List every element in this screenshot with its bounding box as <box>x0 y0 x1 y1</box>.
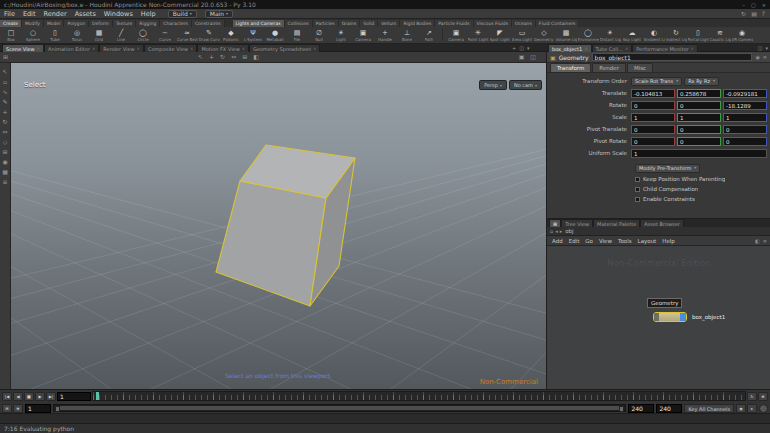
menu-file[interactable]: File <box>0 10 19 18</box>
realtime-toggle-icon[interactable]: ▸ <box>747 404 757 413</box>
param-menu-icon[interactable]: ≡ <box>763 54 767 60</box>
shelf-tool-camera[interactable]: ▣Camera <box>445 27 467 43</box>
net-menu-go[interactable]: Go <box>582 238 596 244</box>
view-menu[interactable]: Persp ▾ <box>479 80 507 90</box>
net-display-icon[interactable]: ◧ <box>755 238 760 244</box>
net-tab-asset-browser[interactable]: Asset Browser <box>640 219 684 227</box>
shelf-tool-light[interactable]: ☀Light <box>330 27 352 43</box>
network-canvas[interactable]: Non-Commercial Edition Geometry box_obje… <box>547 246 770 390</box>
shelf-tool-geometry-light[interactable]: ◇Geometry Light <box>533 27 555 43</box>
shelf-tool-grid[interactable]: ▦Grid <box>88 27 110 43</box>
scale-z-field[interactable]: 1 <box>723 113 767 122</box>
shelf-tool-l-system[interactable]: ΨL-System <box>242 27 264 43</box>
shelf-tab-characters[interactable]: Characters <box>160 20 192 27</box>
network-path[interactable]: obj <box>565 228 573 234</box>
shelf-tool-line[interactable]: ╱Line <box>110 27 132 43</box>
close-tab-icon[interactable]: × <box>92 46 95 51</box>
shelf-tool-caustic-light[interactable]: ≋Caustic Light <box>709 27 731 43</box>
shelf-tool-curve-bezier[interactable]: ≈Curve Bezier <box>176 27 198 43</box>
keep-position-when-parenting-checkbox[interactable] <box>635 177 640 182</box>
snap-options-icon[interactable]: ⊞ <box>242 54 247 60</box>
param-tab-render[interactable]: Render <box>592 63 626 72</box>
rotate-x-field[interactable]: 0 <box>631 101 675 110</box>
shelf-tool-bone[interactable]: ⊥Bone <box>396 27 418 43</box>
pose-tool-icon[interactable]: ◇ <box>3 139 8 145</box>
close-tab-icon[interactable]: × <box>37 46 40 51</box>
shelf-tool-metaball[interactable]: ●Metaball <box>264 27 286 43</box>
select-mode-icon[interactable]: ↖ <box>198 54 203 60</box>
shelf-tool-file[interactable]: ▤File <box>286 27 308 43</box>
jump-to-end-button[interactable]: ▶| <box>46 392 56 401</box>
pane-tab-composite-view[interactable]: Composite View× <box>144 44 198 52</box>
keyframe-options-icon[interactable]: ≡ <box>13 404 23 413</box>
rotate-order-select[interactable]: Rx Ry Rz ▾ <box>684 77 719 86</box>
close-tab-icon[interactable]: × <box>691 46 694 51</box>
geometry-node[interactable] <box>653 312 687 322</box>
pivot-rotate-z-field[interactable]: 0 <box>723 137 767 146</box>
shelf-tab-modify[interactable]: Modify <box>22 20 44 27</box>
menu-windows[interactable]: Windows <box>100 10 137 18</box>
net-menu-add[interactable]: Add <box>549 238 566 244</box>
frame-range-slider[interactable] <box>53 404 626 412</box>
shelf-tab-rigid-bodies[interactable]: Rigid Bodies <box>400 20 435 27</box>
shelf-tab-texture[interactable]: Texture <box>113 20 136 27</box>
shelfset-dropdown[interactable]: Main ▾ <box>205 10 233 18</box>
pane-tab-animation-editor[interactable]: Animation Editor× <box>44 44 99 52</box>
net-tab-material-palette[interactable]: Material Palette <box>593 219 640 227</box>
shelf-tab-model[interactable]: Model <box>44 20 65 27</box>
net-tab-network-view[interactable]: ⊞ <box>549 219 561 227</box>
net-menu-help[interactable]: Help <box>659 238 678 244</box>
jump-to-start-button[interactable]: |◀ <box>2 392 12 401</box>
shelf-tool-handle[interactable]: +Handle <box>374 27 396 43</box>
shelf-tool-vr-camera[interactable]: ◉VR Camera <box>731 27 753 43</box>
scale-y-field[interactable]: 1 <box>677 113 721 122</box>
shelf-tool-sphere[interactable]: ○Sphere <box>22 27 44 43</box>
shelf-tool-draw-curve[interactable]: ✎Draw Curve <box>198 27 220 43</box>
stop-button[interactable]: ■ <box>24 392 34 401</box>
shelf-tool-platonic[interactable]: ◆Platonic <box>220 27 242 43</box>
layout-grid-icon[interactable]: ⊞ <box>3 54 8 60</box>
range-end-handle[interactable] <box>619 406 624 412</box>
shelf-tool-ambient-light[interactable]: ◐Ambient Light <box>643 27 665 43</box>
param-tab-misc[interactable]: Misc <box>627 63 653 72</box>
scale-tool-icon[interactable]: ⇔ <box>2 129 7 135</box>
playhead[interactable] <box>96 392 99 400</box>
uniform-scale-field[interactable]: 1 <box>631 149 767 158</box>
node-body[interactable] <box>659 313 680 321</box>
play-button[interactable]: ▶ <box>35 392 45 401</box>
maximize-viewport-icon[interactable]: ◫ <box>530 54 536 60</box>
pivot-rotate-x-field[interactable]: 0 <box>631 137 675 146</box>
pane-menu-icon[interactable]: ▾ <box>527 45 530 51</box>
select-arrow-icon[interactable]: ↖ <box>2 69 7 75</box>
shading-mode-icon[interactable]: ◧ <box>253 54 259 60</box>
xform-order-select[interactable]: Scale Rot Trans ▾ <box>631 77 682 86</box>
viewport-3d[interactable]: Select Persp ▾ No cam ▾ Select an object… <box>11 63 546 389</box>
display-toggle-icon[interactable]: ▦ <box>2 169 8 175</box>
pane-split-icon[interactable]: ◫ <box>519 45 524 51</box>
range-end-field[interactable]: 240 <box>628 404 654 413</box>
shelf-tool-point-light[interactable]: ✳Point Light <box>467 27 489 43</box>
minimize-button[interactable]: – <box>743 1 746 9</box>
desktop-dropdown[interactable]: Build ▾ <box>168 10 197 18</box>
auto-key-icon[interactable]: ◉ <box>736 404 746 413</box>
node-display-flag[interactable] <box>680 313 686 321</box>
menu-render[interactable]: Render <box>39 10 70 18</box>
net-menu-edit[interactable]: Edit <box>566 238 583 244</box>
pane-tab-render-view[interactable]: Render View× <box>99 44 144 52</box>
modify-pretransform-button[interactable]: Modify Pre-Transform ▾ <box>635 164 700 173</box>
shelf-tab-polygon[interactable]: Polygon <box>64 20 89 27</box>
maximize-button[interactable]: ▢ <box>751 1 756 9</box>
shelf-tool-sky-light[interactable]: ☁Sky Light <box>621 27 643 43</box>
param-tab-transform[interactable]: Transform <box>550 63 591 72</box>
rotate-y-field[interactable]: 0 <box>677 101 721 110</box>
shelf-tab-solid[interactable]: Solid <box>360 20 378 27</box>
pivot-rotate-y-field[interactable]: 0 <box>677 137 721 146</box>
translate-handle-icon[interactable]: + <box>209 54 214 60</box>
range-end-field-2[interactable]: 240 <box>656 404 682 413</box>
shelf-tool-environment-light[interactable]: ◯Environment Light <box>577 27 599 43</box>
net-tab-tree-view[interactable]: Tree View <box>561 219 593 227</box>
box-select-icon[interactable]: ▫ <box>3 79 7 85</box>
playbar-menu-icon[interactable]: ≡ <box>758 392 768 401</box>
new-pane-tab-icon[interactable]: + <box>512 45 516 51</box>
pivot-translate-x-field[interactable]: 0 <box>631 125 675 134</box>
